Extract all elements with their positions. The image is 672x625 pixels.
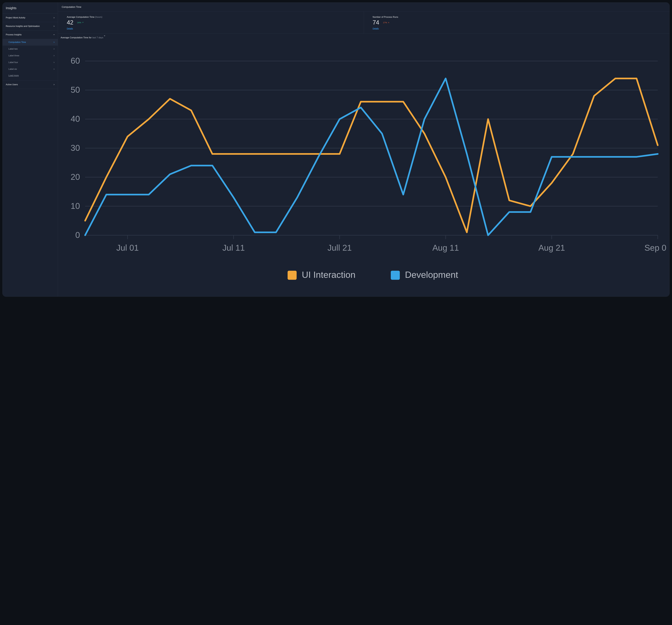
chart-header-prefix: Average Computation Time for	[61, 36, 92, 39]
svg-text:20: 20	[71, 172, 80, 182]
nav-item-label: Process Insights	[6, 33, 22, 36]
chevron-right-icon	[53, 48, 55, 50]
kpi-title-unit: (hours)	[95, 16, 102, 18]
svg-text:Jul 01: Jul 01	[116, 243, 139, 252]
chevron-right-icon	[53, 25, 55, 27]
line-chart: 0102030405060Jul 01Jul 11Jull 21Aug 11Au…	[61, 42, 667, 293]
sidebar-title: Insights	[3, 3, 58, 14]
sub-item-computation-time[interactable]: Computation Time	[3, 39, 58, 46]
sub-item-label: Computation Time	[8, 41, 26, 43]
kpi-title: Number of Process Runs	[373, 16, 661, 18]
sub-item-label: Label six	[8, 68, 17, 70]
svg-rect-30	[391, 271, 400, 280]
kpi-title-text: Number of Process Runs	[373, 16, 398, 18]
sub-item-label-three[interactable]: Label three	[3, 52, 58, 59]
kpi-process-runs: Number of Process Runs 74 17% Details	[364, 12, 670, 33]
chevron-right-icon	[53, 84, 55, 86]
main-content: Computation Time Average Computation Tim…	[58, 3, 669, 297]
arrow-down-right-icon	[388, 22, 389, 23]
load-more-link[interactable]: Load more	[8, 74, 19, 77]
chart-range-label: last 7 days	[92, 36, 103, 39]
process-insights-sublist: Computation Time Label two Label three L…	[3, 39, 58, 80]
chevron-right-icon	[53, 41, 55, 43]
svg-rect-28	[288, 271, 297, 280]
svg-text:40: 40	[71, 114, 80, 123]
chevron-right-icon	[53, 54, 55, 57]
sub-item-label: Label three	[8, 54, 19, 57]
sidebar: Insights Project Work Activity Resource …	[3, 3, 58, 297]
nav-item-resource-insights[interactable]: Resource Insights and Optimisation	[3, 22, 58, 30]
svg-text:Sep 01: Sep 01	[644, 243, 667, 252]
app-frame: Insights Project Work Activity Resource …	[2, 2, 670, 297]
chart-section: Average Computation Time for last 7 days…	[58, 33, 669, 297]
nav-item-active-users[interactable]: Active Users	[3, 80, 58, 89]
chart-header: Average Computation Time for last 7 days	[58, 33, 669, 40]
svg-line-0	[82, 22, 83, 23]
sub-item-label: Label two	[8, 48, 18, 50]
chevron-right-icon	[53, 68, 55, 70]
svg-line-1	[388, 22, 389, 23]
details-link[interactable]: Details	[373, 27, 379, 29]
sub-item-label: Label four	[8, 61, 18, 64]
caret-down-icon	[104, 36, 105, 39]
kpi-delta-up: 24%	[77, 22, 83, 24]
kpi-value: 42	[67, 20, 73, 25]
svg-text:60: 60	[71, 56, 80, 65]
nav-item-label: Active Users	[6, 84, 18, 86]
chart-container: 0102030405060Jul 01Jul 11Jull 21Aug 11Au…	[58, 40, 669, 297]
page-title: Computation Time	[58, 3, 669, 12]
kpi-avg-computation-time: Average Computation Time (hours) 42 24% …	[58, 12, 364, 33]
kpi-value: 74	[373, 20, 379, 25]
details-link[interactable]: Details	[67, 27, 73, 29]
kpi-delta-text: 24%	[77, 22, 81, 24]
chevron-right-icon	[53, 17, 55, 19]
chart-range-dropdown[interactable]: last 7 days	[92, 36, 105, 39]
kpi-delta-text: 17%	[383, 22, 387, 24]
sub-item-label-two[interactable]: Label two	[3, 46, 58, 52]
chevron-right-icon	[53, 61, 55, 64]
svg-text:0: 0	[75, 230, 80, 240]
arrow-up-right-icon	[82, 22, 83, 23]
kpi-value-row: 42 24%	[67, 20, 355, 25]
svg-text:Jull 21: Jull 21	[328, 243, 352, 252]
svg-text:Aug 11: Aug 11	[432, 243, 459, 252]
kpi-delta-down: 17%	[383, 22, 389, 24]
kpi-title-text: Average Computation Time	[67, 16, 95, 18]
chevron-up-icon	[53, 33, 55, 36]
svg-text:UI Interaction: UI Interaction	[302, 270, 355, 280]
kpi-row: Average Computation Time (hours) 42 24% …	[58, 12, 669, 33]
svg-text:10: 10	[71, 201, 80, 211]
svg-text:50: 50	[71, 85, 80, 94]
nav-item-label: Project Work Activity	[6, 17, 25, 19]
svg-text:Jul 11: Jul 11	[222, 243, 245, 252]
svg-text:Aug 21: Aug 21	[538, 243, 565, 252]
kpi-value-row: 74 17%	[373, 20, 661, 25]
sub-item-label-four[interactable]: Label four	[3, 59, 58, 66]
sub-item-label-six[interactable]: Label six	[3, 66, 58, 72]
kpi-title: Average Computation Time (hours)	[67, 16, 355, 18]
svg-text:30: 30	[71, 143, 80, 153]
nav-item-project-work-activity[interactable]: Project Work Activity	[3, 14, 58, 22]
nav-item-label: Resource Insights and Optimisation	[6, 25, 40, 27]
nav-item-process-insights[interactable]: Process Insights	[3, 30, 58, 39]
svg-text:Development: Development	[405, 270, 458, 280]
